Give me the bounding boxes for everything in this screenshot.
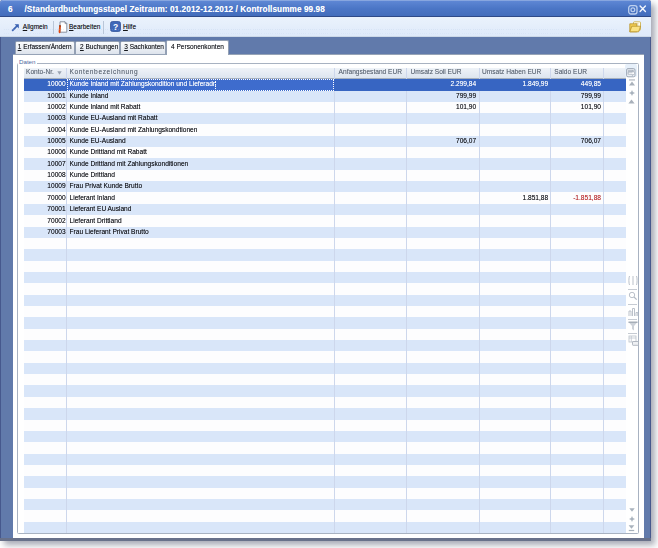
svg-text:?: ?: [112, 22, 117, 32]
